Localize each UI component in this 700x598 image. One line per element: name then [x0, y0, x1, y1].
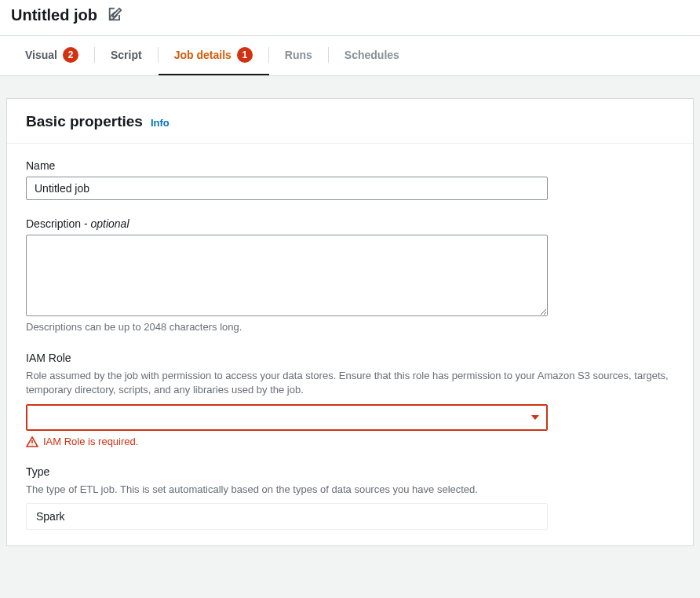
- tabs: Visual 2 Script Job details 1 Runs Sched…: [0, 36, 700, 75]
- warning-icon: [26, 436, 38, 448]
- tab-visual[interactable]: Visual 2: [9, 36, 95, 75]
- iam-role-desc: Role assumed by the job with permission …: [26, 369, 674, 397]
- tab-label: Job details: [174, 49, 232, 61]
- svg-point-3: [31, 444, 32, 445]
- iam-role-select[interactable]: [26, 404, 548, 431]
- info-link[interactable]: Info: [151, 117, 170, 129]
- type-desc: The type of ETL job. This is set automat…: [26, 483, 674, 497]
- description-hint: Descriptions can be up to 2048 character…: [26, 320, 674, 334]
- name-label: Name: [26, 159, 674, 172]
- svg-rect-1: [115, 7, 122, 15]
- chevron-down-icon: [531, 415, 539, 420]
- tab-label: Script: [111, 49, 142, 61]
- tab-badge: 1: [237, 47, 253, 63]
- tab-script[interactable]: Script: [95, 36, 159, 75]
- tab-job-details[interactable]: Job details 1: [159, 36, 269, 75]
- tab-label: Runs: [285, 49, 312, 61]
- tab-badge: 2: [63, 47, 78, 63]
- edit-title-icon[interactable]: [108, 7, 122, 24]
- type-value: Spark: [26, 503, 548, 530]
- tab-label: Visual: [25, 49, 57, 61]
- tab-runs[interactable]: Runs: [269, 36, 329, 75]
- name-input[interactable]: [26, 177, 548, 200]
- iam-role-error: IAM Role is required.: [43, 436, 138, 447]
- description-label: Description - optional: [26, 217, 674, 230]
- type-label: Type: [26, 465, 674, 478]
- iam-role-label: IAM Role: [26, 352, 674, 364]
- panel-title: Basic properties: [26, 113, 143, 130]
- tab-label: Schedules: [345, 49, 399, 61]
- page-title: Untitled job: [11, 6, 97, 24]
- basic-properties-panel: Basic properties Info Name Description -…: [6, 98, 694, 546]
- description-textarea[interactable]: [26, 235, 548, 316]
- tab-schedules[interactable]: Schedules: [329, 36, 415, 75]
